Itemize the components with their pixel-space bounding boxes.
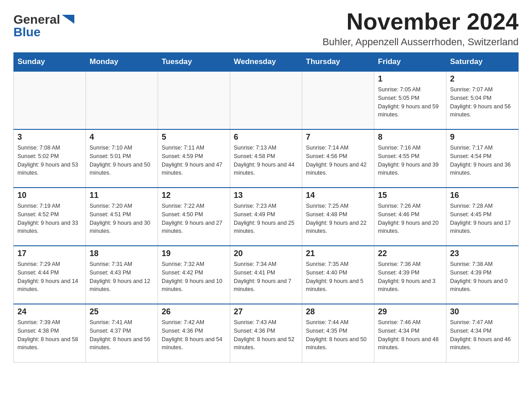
day-info: Sunrise: 7:10 AM Sunset: 5:01 PM Dayligh… — [90, 144, 154, 177]
page-header: General Blue November 2024 Buhler, Appen… — [13, 9, 519, 48]
day-info: Sunrise: 7:34 AM Sunset: 4:41 PM Dayligh… — [234, 260, 298, 294]
calendar-cell: 17Sunrise: 7:29 AM Sunset: 4:44 PM Dayli… — [14, 246, 86, 304]
logo-triangle-icon — [62, 15, 74, 24]
day-info: Sunrise: 7:38 AM Sunset: 4:39 PM Dayligh… — [450, 260, 515, 294]
calendar-cell: 6Sunrise: 7:13 AM Sunset: 4:58 PM Daylig… — [230, 129, 302, 188]
day-number: 27 — [234, 307, 298, 317]
day-number: 9 — [450, 133, 515, 142]
calendar-cell — [14, 71, 86, 129]
calendar-cell — [302, 71, 374, 129]
day-number: 4 — [90, 133, 154, 142]
day-number: 18 — [90, 249, 154, 258]
calendar-header-saturday: Saturday — [446, 53, 519, 72]
calendar-cell: 13Sunrise: 7:23 AM Sunset: 4:49 PM Dayli… — [230, 188, 302, 246]
title-block: November 2024 Buhler, Appenzell Ausserrh… — [322, 9, 519, 48]
day-number: 1 — [378, 74, 442, 84]
day-info: Sunrise: 7:23 AM Sunset: 4:49 PM Dayligh… — [234, 202, 298, 235]
calendar-cell: 23Sunrise: 7:38 AM Sunset: 4:39 PM Dayli… — [446, 246, 519, 304]
day-info: Sunrise: 7:42 AM Sunset: 4:36 PM Dayligh… — [162, 318, 226, 352]
calendar-cell: 26Sunrise: 7:42 AM Sunset: 4:36 PM Dayli… — [158, 304, 230, 362]
calendar-cell: 29Sunrise: 7:46 AM Sunset: 4:34 PM Dayli… — [374, 304, 446, 362]
calendar-cell: 19Sunrise: 7:32 AM Sunset: 4:42 PM Dayli… — [158, 246, 230, 304]
day-info: Sunrise: 7:13 AM Sunset: 4:58 PM Dayligh… — [234, 144, 298, 177]
day-number: 20 — [234, 249, 298, 258]
calendar-cell: 21Sunrise: 7:35 AM Sunset: 4:40 PM Dayli… — [302, 246, 374, 304]
calendar-header-tuesday: Tuesday — [158, 53, 230, 72]
day-info: Sunrise: 7:29 AM Sunset: 4:44 PM Dayligh… — [17, 260, 82, 294]
svg-marker-0 — [62, 15, 74, 24]
location-subtitle: Buhler, Appenzell Ausserrhoden, Switzerl… — [322, 36, 519, 48]
day-info: Sunrise: 7:14 AM Sunset: 4:56 PM Dayligh… — [306, 144, 370, 177]
calendar-cell: 20Sunrise: 7:34 AM Sunset: 4:41 PM Dayli… — [230, 246, 302, 304]
calendar-cell: 2Sunrise: 7:07 AM Sunset: 5:04 PM Daylig… — [446, 71, 519, 129]
calendar-header-row: SundayMondayTuesdayWednesdayThursdayFrid… — [14, 53, 519, 72]
day-info: Sunrise: 7:36 AM Sunset: 4:39 PM Dayligh… — [378, 260, 442, 294]
calendar-header-monday: Monday — [86, 53, 158, 72]
calendar-cell: 9Sunrise: 7:17 AM Sunset: 4:54 PM Daylig… — [446, 129, 519, 188]
calendar-cell: 1Sunrise: 7:05 AM Sunset: 5:05 PM Daylig… — [374, 71, 446, 129]
day-number: 29 — [378, 307, 442, 317]
day-number: 25 — [90, 307, 154, 317]
day-info: Sunrise: 7:19 AM Sunset: 4:52 PM Dayligh… — [17, 202, 82, 235]
day-info: Sunrise: 7:44 AM Sunset: 4:35 PM Dayligh… — [306, 318, 370, 352]
day-info: Sunrise: 7:26 AM Sunset: 4:46 PM Dayligh… — [378, 202, 442, 235]
calendar-cell: 7Sunrise: 7:14 AM Sunset: 4:56 PM Daylig… — [302, 129, 374, 188]
day-info: Sunrise: 7:22 AM Sunset: 4:50 PM Dayligh… — [162, 202, 226, 235]
week-row-1: 1Sunrise: 7:05 AM Sunset: 5:05 PM Daylig… — [14, 71, 519, 129]
day-number: 8 — [378, 133, 442, 142]
day-info: Sunrise: 7:35 AM Sunset: 4:40 PM Dayligh… — [306, 260, 370, 294]
day-number: 28 — [306, 307, 370, 317]
calendar-cell: 18Sunrise: 7:31 AM Sunset: 4:43 PM Dayli… — [86, 246, 158, 304]
day-info: Sunrise: 7:20 AM Sunset: 4:51 PM Dayligh… — [90, 202, 154, 235]
calendar-cell: 11Sunrise: 7:20 AM Sunset: 4:51 PM Dayli… — [86, 188, 158, 246]
month-title: November 2024 — [322, 9, 519, 34]
day-info: Sunrise: 7:39 AM Sunset: 4:38 PM Dayligh… — [17, 318, 82, 352]
calendar-cell: 30Sunrise: 7:47 AM Sunset: 4:34 PM Dayli… — [446, 304, 519, 362]
day-number: 7 — [306, 133, 370, 142]
day-number: 6 — [234, 133, 298, 142]
calendar-cell: 12Sunrise: 7:22 AM Sunset: 4:50 PM Dayli… — [158, 188, 230, 246]
calendar-cell: 28Sunrise: 7:44 AM Sunset: 4:35 PM Dayli… — [302, 304, 374, 362]
week-row-3: 10Sunrise: 7:19 AM Sunset: 4:52 PM Dayli… — [14, 188, 519, 246]
day-info: Sunrise: 7:08 AM Sunset: 5:02 PM Dayligh… — [17, 144, 82, 177]
calendar-header-wednesday: Wednesday — [230, 53, 302, 72]
day-number: 17 — [17, 249, 82, 258]
day-number: 23 — [450, 249, 515, 258]
day-info: Sunrise: 7:47 AM Sunset: 4:34 PM Dayligh… — [450, 318, 515, 352]
day-number: 21 — [306, 249, 370, 258]
day-number: 30 — [450, 307, 515, 317]
day-info: Sunrise: 7:32 AM Sunset: 4:42 PM Dayligh… — [162, 260, 226, 294]
day-number: 3 — [17, 133, 82, 142]
day-info: Sunrise: 7:43 AM Sunset: 4:36 PM Dayligh… — [234, 318, 298, 352]
calendar-cell — [86, 71, 158, 129]
day-number: 19 — [162, 249, 226, 258]
day-number: 10 — [17, 191, 82, 200]
calendar-cell — [230, 71, 302, 129]
calendar-cell: 27Sunrise: 7:43 AM Sunset: 4:36 PM Dayli… — [230, 304, 302, 362]
calendar-cell: 4Sunrise: 7:10 AM Sunset: 5:01 PM Daylig… — [86, 129, 158, 188]
day-number: 13 — [234, 191, 298, 200]
day-number: 24 — [17, 307, 82, 317]
calendar-header-sunday: Sunday — [14, 53, 86, 72]
day-number: 16 — [450, 191, 515, 200]
week-row-2: 3Sunrise: 7:08 AM Sunset: 5:02 PM Daylig… — [14, 129, 519, 188]
day-number: 11 — [90, 191, 154, 200]
calendar-cell: 15Sunrise: 7:26 AM Sunset: 4:46 PM Dayli… — [374, 188, 446, 246]
week-row-4: 17Sunrise: 7:29 AM Sunset: 4:44 PM Dayli… — [14, 246, 519, 304]
day-number: 22 — [378, 249, 442, 258]
day-info: Sunrise: 7:31 AM Sunset: 4:43 PM Dayligh… — [90, 260, 154, 294]
day-info: Sunrise: 7:25 AM Sunset: 4:48 PM Dayligh… — [306, 202, 370, 235]
calendar-cell: 22Sunrise: 7:36 AM Sunset: 4:39 PM Dayli… — [374, 246, 446, 304]
day-number: 15 — [378, 191, 442, 200]
day-info: Sunrise: 7:41 AM Sunset: 4:37 PM Dayligh… — [90, 318, 154, 352]
day-info: Sunrise: 7:05 AM Sunset: 5:05 PM Dayligh… — [378, 86, 442, 119]
calendar-cell: 24Sunrise: 7:39 AM Sunset: 4:38 PM Dayli… — [14, 304, 86, 362]
calendar-cell: 8Sunrise: 7:16 AM Sunset: 4:55 PM Daylig… — [374, 129, 446, 188]
day-info: Sunrise: 7:17 AM Sunset: 4:54 PM Dayligh… — [450, 144, 515, 177]
day-number: 26 — [162, 307, 226, 317]
day-number: 14 — [306, 191, 370, 200]
calendar-cell: 25Sunrise: 7:41 AM Sunset: 4:37 PM Dayli… — [86, 304, 158, 362]
day-info: Sunrise: 7:16 AM Sunset: 4:55 PM Dayligh… — [378, 144, 442, 177]
calendar-cell: 14Sunrise: 7:25 AM Sunset: 4:48 PM Dayli… — [302, 188, 374, 246]
day-info: Sunrise: 7:11 AM Sunset: 4:59 PM Dayligh… — [162, 144, 226, 177]
